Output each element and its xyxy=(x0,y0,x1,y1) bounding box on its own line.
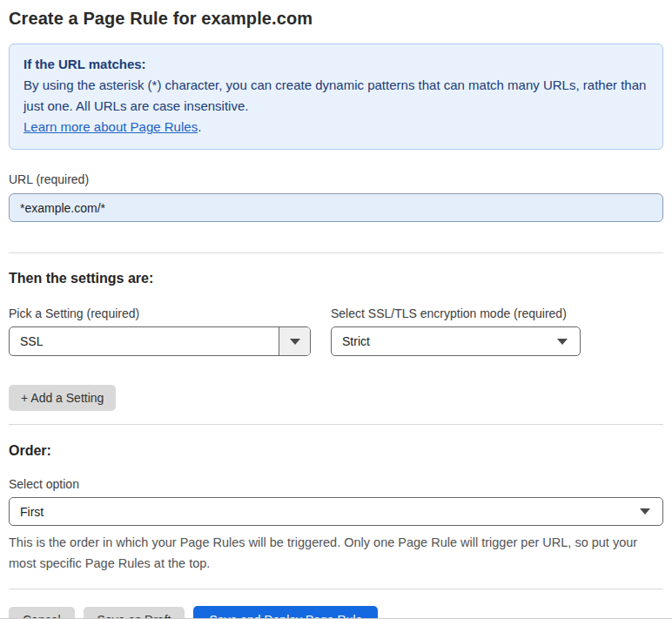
settings-row: Pick a Setting (required) SSL Select SSL… xyxy=(9,306,663,356)
order-select-label: Select option xyxy=(9,477,663,492)
caret-down-icon xyxy=(640,508,650,515)
order-select[interactable]: First xyxy=(9,497,663,526)
select-caret-box[interactable] xyxy=(279,327,310,355)
divider xyxy=(9,589,663,589)
info-box-heading: If the URL matches: xyxy=(24,54,648,75)
cancel-button[interactable]: Cancel xyxy=(9,607,75,619)
caret-down-icon xyxy=(557,339,568,345)
settings-section-heading: Then the settings are: xyxy=(9,270,663,287)
footer-actions: Cancel Save as Draft Save and Deploy Pag… xyxy=(9,606,663,619)
url-match-info-box: If the URL matches: By using the asteris… xyxy=(9,44,663,150)
ssl-mode-select-value: Strict xyxy=(332,334,550,348)
divider xyxy=(9,252,663,253)
url-input[interactable] xyxy=(9,193,663,222)
save-deploy-button[interactable]: Save and Deploy Page Rule xyxy=(193,606,378,619)
save-draft-button[interactable]: Save as Draft xyxy=(84,607,185,619)
add-setting-button[interactable]: + Add a Setting xyxy=(9,385,116,411)
order-help-text: This is the order in which your Page Rul… xyxy=(9,532,660,574)
order-section-heading: Order: xyxy=(9,442,663,460)
create-page-rule-panel: Create a Page Rule for example.com If th… xyxy=(0,0,672,619)
link-suffix: . xyxy=(198,119,201,134)
divider xyxy=(9,424,663,425)
page-title: Create a Page Rule for example.com xyxy=(9,7,663,30)
caret-down-icon xyxy=(290,339,300,345)
pick-setting-select[interactable]: SSL xyxy=(9,326,311,356)
pick-setting-label: Pick a Setting (required) xyxy=(9,306,311,321)
ssl-mode-column: Select SSL/TLS encryption mode (required… xyxy=(331,306,581,356)
url-field-label: URL (required) xyxy=(9,172,663,187)
pick-setting-column: Pick a Setting (required) SSL xyxy=(9,306,311,356)
info-box-link-line: Learn more about Page Rules. xyxy=(24,117,648,138)
pick-setting-select-value: SSL xyxy=(10,334,279,348)
learn-more-link[interactable]: Learn more about Page Rules xyxy=(24,119,198,134)
info-box-body: By using the asterisk (*) character, you… xyxy=(24,75,648,117)
order-select-value: First xyxy=(10,505,633,519)
ssl-mode-label: Select SSL/TLS encryption mode (required… xyxy=(331,306,581,321)
ssl-mode-select[interactable]: Strict xyxy=(331,326,581,356)
